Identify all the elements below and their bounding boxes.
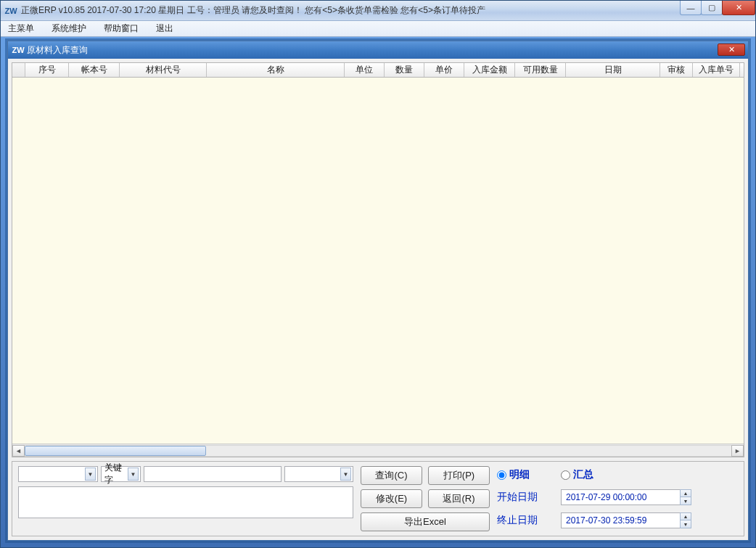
detail-radio-label: 明细: [509, 468, 530, 481]
end-date-label: 终止日期: [497, 514, 555, 527]
extra-filter-combo[interactable]: ▼: [284, 466, 353, 482]
spin-up-icon[interactable]: ▲: [680, 489, 691, 497]
column-header[interactable]: 帐本号: [69, 63, 120, 77]
chevron-down-icon: ▼: [340, 468, 351, 481]
summary-radio-label: 汇总: [573, 468, 593, 481]
keyword-input[interactable]: [144, 466, 282, 482]
data-grid[interactable]: 序号帐本号材料代号名称单位数量单价入库金额可用数量日期审核入库单号 ◄ ►: [12, 62, 744, 457]
scroll-thumb[interactable]: [25, 446, 206, 456]
scroll-right-button[interactable]: ►: [731, 445, 744, 457]
scroll-track[interactable]: [25, 445, 731, 457]
filter-field-combo[interactable]: ▼: [18, 466, 98, 482]
row-gutter: [12, 63, 25, 77]
spin-down-icon[interactable]: ▼: [680, 520, 691, 528]
main-window: ZW 正微ERP v10.85 2017-07-30 17:20 星期日 工号：…: [0, 0, 756, 548]
menubar: 主菜单 系统维护 帮助窗口 退出: [1, 21, 755, 37]
spin-up-icon[interactable]: ▲: [680, 512, 691, 520]
edit-button[interactable]: 修改(E): [361, 489, 422, 508]
mdi-client: ZW 原材料入库查询 ✕ 序号帐本号材料代号名称单位数量单价入库金额可用数量日期…: [5, 38, 751, 543]
menu-main[interactable]: 主菜单: [5, 21, 37, 36]
child-logo-icon: ZW: [12, 44, 24, 56]
filter-panel: ▼ 关键字 ▼ ▼: [12, 461, 744, 536]
print-button[interactable]: 打印(P): [428, 466, 490, 485]
column-header[interactable]: 审核: [660, 63, 693, 77]
grid-header: 序号帐本号材料代号名称单位数量单价入库金额可用数量日期审核入库单号: [12, 63, 744, 78]
child-close-button[interactable]: ✕: [718, 43, 745, 56]
query-button[interactable]: 查询(C): [361, 466, 422, 485]
column-header[interactable]: 单价: [424, 63, 464, 77]
start-date-value[interactable]: 2017-07-29 00:00:00: [561, 489, 681, 505]
start-date-picker[interactable]: 2017-07-29 00:00:00 ▲ ▼: [561, 489, 691, 505]
child-titlebar: ZW 原材料入库查询 ✕: [8, 41, 748, 59]
minimize-button[interactable]: —: [680, 1, 702, 15]
column-header[interactable]: 数量: [385, 63, 424, 77]
keyword-label: 关键字: [102, 462, 128, 486]
grid-body[interactable]: [12, 78, 744, 444]
menu-maintenance[interactable]: 系统维护: [49, 21, 89, 36]
start-date-label: 开始日期: [497, 491, 555, 504]
horizontal-scrollbar[interactable]: ◄ ►: [12, 444, 744, 457]
column-header[interactable]: 可用数量: [515, 63, 566, 77]
back-button[interactable]: 返回(R): [428, 489, 490, 508]
column-header[interactable]: 入库单号: [693, 63, 740, 77]
column-header[interactable]: 序号: [25, 63, 69, 77]
notes-textarea[interactable]: [18, 486, 353, 518]
titlebar: ZW 正微ERP v10.85 2017-07-30 17:20 星期日 工号：…: [1, 1, 755, 21]
column-header[interactable]: 单位: [345, 63, 385, 77]
title-text: 正微ERP v10.85 2017-07-30 17:20 星期日 工号：管理员…: [21, 4, 485, 17]
detail-radio[interactable]: 明细: [497, 468, 555, 481]
chevron-down-icon: ▼: [85, 468, 96, 481]
column-header[interactable]: 日期: [566, 63, 660, 77]
export-excel-button[interactable]: 导出Excel: [361, 512, 490, 531]
child-window: ZW 原材料入库查询 ✕ 序号帐本号材料代号名称单位数量单价入库金额可用数量日期…: [7, 41, 749, 541]
app-logo-icon: ZW: [5, 5, 17, 17]
maximize-button[interactable]: ▢: [701, 1, 723, 15]
menu-help[interactable]: 帮助窗口: [101, 21, 141, 36]
summary-radio-input[interactable]: [561, 470, 570, 480]
column-header[interactable]: 材料代号: [120, 63, 207, 77]
end-date-value[interactable]: 2017-07-30 23:59:59: [561, 512, 681, 528]
column-header[interactable]: 入库金额: [464, 63, 515, 77]
keyword-mode-combo[interactable]: 关键字 ▼: [101, 466, 141, 482]
child-title: 原材料入库查询: [27, 44, 88, 57]
close-button[interactable]: ✕: [722, 1, 755, 15]
spin-down-icon[interactable]: ▼: [680, 497, 691, 505]
menu-exit[interactable]: 退出: [153, 21, 176, 36]
chevron-down-icon: ▼: [128, 468, 139, 481]
scroll-left-button[interactable]: ◄: [12, 445, 25, 457]
detail-radio-input[interactable]: [497, 470, 506, 480]
end-date-picker[interactable]: 2017-07-30 23:59:59 ▲ ▼: [561, 512, 691, 528]
summary-radio[interactable]: 汇总: [561, 468, 691, 481]
column-header[interactable]: 名称: [207, 63, 345, 77]
